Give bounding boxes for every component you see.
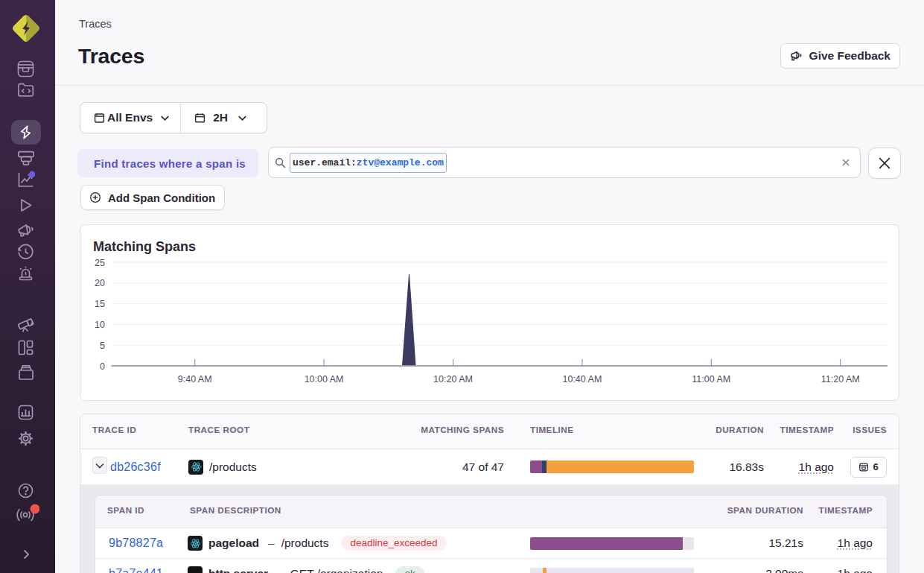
svg-text:10:00 AM: 10:00 AM (305, 374, 344, 384)
svg-text:25: 25 (95, 258, 105, 268)
svg-text:10:20 AM: 10:20 AM (433, 374, 473, 384)
svg-text:20: 20 (95, 278, 105, 288)
svg-text:9:40 AM: 9:40 AM (178, 374, 212, 384)
svg-text:11:20 AM: 11:20 AM (821, 374, 860, 384)
svg-text:11:00 AM: 11:00 AM (692, 374, 730, 384)
svg-text:15: 15 (95, 299, 105, 309)
svg-text:5: 5 (100, 341, 105, 351)
svg-text:10:40 AM: 10:40 AM (562, 374, 602, 384)
svg-text:0: 0 (100, 361, 105, 372)
svg-text:10: 10 (95, 320, 105, 330)
